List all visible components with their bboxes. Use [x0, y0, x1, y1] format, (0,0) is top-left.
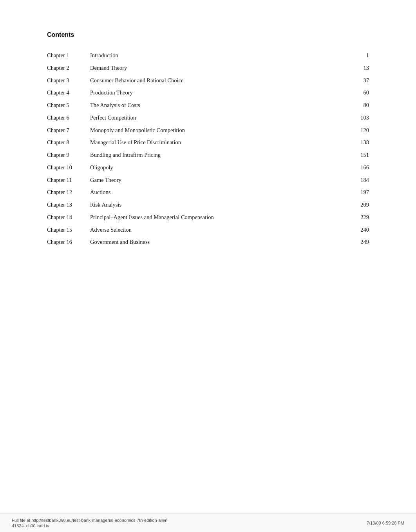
- table-row: Chapter 2Demand Theory13: [47, 62, 369, 74]
- chapter-label: Chapter 12: [47, 186, 90, 199]
- table-row: Chapter 15Adverse Selection240: [47, 224, 369, 236]
- chapter-label: Chapter 10: [47, 162, 90, 174]
- chapter-title: Risk Analysis: [90, 199, 353, 211]
- chapter-title: The Analysis of Costs: [90, 99, 353, 112]
- chapter-label: Chapter 13: [47, 199, 90, 211]
- table-row: Chapter 10Oligopoly166: [47, 162, 369, 174]
- chapter-label: Chapter 6: [47, 112, 90, 124]
- chapter-title: Oligopoly: [90, 162, 353, 174]
- chapter-page: 151: [353, 149, 369, 162]
- chapter-title: Principal–Agent Issues and Managerial Co…: [90, 211, 353, 224]
- chapter-page: 197: [353, 186, 369, 199]
- chapter-label: Chapter 14: [47, 211, 90, 224]
- table-row: Chapter 3Consumer Behavior and Rational …: [47, 74, 369, 87]
- chapter-title: Game Theory: [90, 174, 353, 187]
- chapter-title: Managerial Use of Price Discrimination: [90, 136, 353, 149]
- chapter-label: Chapter 2: [47, 62, 90, 74]
- chapter-label: Chapter 1: [47, 49, 90, 62]
- footer-left: Full file at http://testbank360.eu/test-…: [12, 518, 167, 528]
- footer-url: Full file at http://testbank360.eu/test-…: [12, 518, 167, 523]
- table-row: Chapter 8Managerial Use of Price Discrim…: [47, 136, 369, 149]
- table-row: Chapter 13Risk Analysis209: [47, 199, 369, 211]
- chapter-label: Chapter 4: [47, 87, 90, 99]
- chapter-title: Bundling and Intrafirm Pricing: [90, 149, 353, 162]
- table-row: Chapter 11Game Theory184: [47, 174, 369, 187]
- chapter-title: Monopoly and Monopolistic Competition: [90, 124, 353, 137]
- chapter-page: 184: [353, 174, 369, 187]
- table-row: Chapter 9Bundling and Intrafirm Pricing1…: [47, 149, 369, 162]
- chapter-title: Auctions: [90, 186, 353, 199]
- table-row: Chapter 12Auctions197: [47, 186, 369, 199]
- chapter-title: Production Theory: [90, 87, 353, 99]
- table-row: Chapter 14Principal–Agent Issues and Man…: [47, 211, 369, 224]
- chapter-page: 240: [353, 224, 369, 236]
- chapter-label: Chapter 5: [47, 99, 90, 112]
- chapter-page: 138: [353, 136, 369, 149]
- toc-table: Chapter 1Introduction1Chapter 2Demand Th…: [47, 49, 369, 249]
- chapter-page: 120: [353, 124, 369, 137]
- chapter-page: 13: [353, 62, 369, 74]
- chapter-title: Consumer Behavior and Rational Choice: [90, 74, 353, 87]
- chapter-title: Adverse Selection: [90, 224, 353, 236]
- chapter-page: 166: [353, 162, 369, 174]
- chapter-title: Demand Theory: [90, 62, 353, 74]
- chapter-title: Introduction: [90, 49, 353, 62]
- chapter-label: Chapter 7: [47, 124, 90, 137]
- contents-heading: Contents: [47, 31, 369, 38]
- chapter-label: Chapter 8: [47, 136, 90, 149]
- table-row: Chapter 7Monopoly and Monopolistic Compe…: [47, 124, 369, 137]
- chapter-page: 37: [353, 74, 369, 87]
- chapter-title: Perfect Competition: [90, 112, 353, 124]
- table-row: Chapter 1Introduction1: [47, 49, 369, 62]
- chapter-page: 80: [353, 99, 369, 112]
- footer-timestamp: 7/13/09 6:59:28 PM: [367, 521, 404, 525]
- chapter-page: 249: [353, 236, 369, 249]
- chapter-page: 60: [353, 87, 369, 99]
- chapter-label: Chapter 16: [47, 236, 90, 249]
- chapter-label: Chapter 11: [47, 174, 90, 187]
- chapter-label: Chapter 15: [47, 224, 90, 236]
- footer-file: 41324_ch00.indd iv: [12, 523, 167, 528]
- chapter-title: Government and Business: [90, 236, 353, 249]
- chapter-page: 229: [353, 211, 369, 224]
- table-row: Chapter 16Government and Business249: [47, 236, 369, 249]
- table-row: Chapter 6Perfect Competition103: [47, 112, 369, 124]
- chapter-page: 103: [353, 112, 369, 124]
- chapter-label: Chapter 9: [47, 149, 90, 162]
- chapter-label: Chapter 3: [47, 74, 90, 87]
- page-container: Contents Chapter 1Introduction1Chapter 2…: [0, 0, 416, 532]
- table-row: Chapter 4Production Theory60: [47, 87, 369, 99]
- table-row: Chapter 5The Analysis of Costs80: [47, 99, 369, 112]
- chapter-page: 209: [353, 199, 369, 211]
- page-footer: Full file at http://testbank360.eu/test-…: [0, 514, 416, 532]
- chapter-page: 1: [353, 49, 369, 62]
